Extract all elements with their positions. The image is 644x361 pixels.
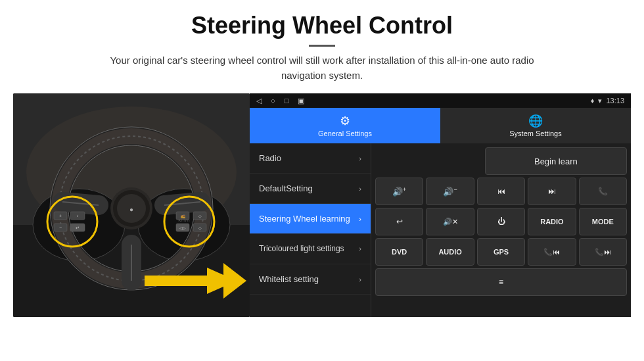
- chevron-right-icon: ›: [359, 155, 361, 162]
- svg-text:◇: ◇: [198, 226, 202, 230]
- subtitle-text: Your original car's steering wheel contr…: [92, 53, 552, 83]
- screenshot-icon[interactable]: ▣: [298, 97, 304, 105]
- list-icon: ≡: [499, 277, 503, 287]
- settings-gear-icon: ⚙: [340, 114, 350, 128]
- phone-prev-icon: 📞⏮: [543, 248, 560, 256]
- radio-button[interactable]: RADIO: [528, 208, 576, 235]
- control-row-4: DVD AUDIO GPS 📞⏮ 📞⏭: [375, 238, 627, 266]
- next-icon: ⏭: [548, 187, 556, 196]
- signal-icon: ▾: [598, 97, 602, 105]
- menu-whitelist-label: Whitelist setting: [259, 274, 319, 284]
- dvd-button[interactable]: DVD: [375, 238, 423, 266]
- phone-prev-button[interactable]: 📞⏮: [528, 238, 576, 266]
- chevron-right-icon: ›: [359, 276, 361, 283]
- control-row-5: ≡: [375, 268, 627, 296]
- menu-list: Radio › DefaultSetting › Steering Wheel …: [250, 143, 371, 317]
- gps-label: GPS: [494, 248, 509, 256]
- svg-text:♪: ♪: [77, 214, 79, 218]
- svg-rect-41: [145, 276, 208, 286]
- recents-icon[interactable]: □: [285, 97, 289, 105]
- tab-system-label: System Settings: [509, 130, 561, 137]
- svg-text:📻: 📻: [181, 214, 186, 219]
- content-area: ● km/h: [0, 93, 644, 361]
- tab-general-settings[interactable]: ⚙ General Settings: [250, 108, 440, 143]
- system-globe-icon: 🌐: [528, 114, 543, 128]
- tab-bar: ⚙ General Settings 🌐 System Settings: [250, 108, 631, 143]
- svg-text:◁▷: ◁▷: [179, 226, 186, 230]
- phone-icon: 📞: [598, 187, 608, 196]
- begin-learn-button[interactable]: Begin learn: [485, 147, 627, 175]
- menu-item-defaultsetting[interactable]: DefaultSetting ›: [250, 174, 371, 204]
- empty-slot: [375, 147, 482, 175]
- page-title: Steering Wheel Control: [39, 12, 605, 39]
- menu-steering-label: Steering Wheel learning: [259, 214, 350, 224]
- control-row-2: 🔊+ 🔊− ⏮ ⏭ 📞: [375, 178, 627, 205]
- power-icon: ⏻: [497, 217, 505, 226]
- menu-default-label: DefaultSetting: [259, 183, 313, 193]
- svg-text:+: +: [59, 214, 62, 218]
- control-row-3: ↩ 🔊✕ ⏻ RADIO MODE: [375, 208, 627, 235]
- menu-item-steering-wheel[interactable]: Steering Wheel learning ›: [250, 204, 371, 234]
- mode-label: MODE: [592, 218, 614, 226]
- power-button[interactable]: ⏻: [477, 208, 525, 235]
- menu-radio-label: Radio: [259, 153, 281, 163]
- chevron-right-icon: ›: [359, 215, 361, 223]
- back-icon[interactable]: ◁: [256, 97, 262, 105]
- audio-label: AUDIO: [438, 248, 461, 256]
- volume-down-icon: 🔊−: [443, 186, 457, 197]
- menu-item-radio[interactable]: Radio ›: [250, 143, 371, 174]
- menu-item-tricoloured[interactable]: Tricoloured light settings ›: [250, 234, 371, 264]
- radio-label: RADIO: [540, 218, 563, 226]
- location-icon: ♦: [591, 97, 595, 105]
- tab-general-label: General Settings: [318, 130, 372, 137]
- mode-button[interactable]: MODE: [579, 208, 627, 235]
- android-panel: ◁ ○ □ ▣ ♦ ▾ 13:13 ⚙ General Settings: [250, 93, 631, 317]
- chevron-right-icon: ›: [359, 245, 361, 253]
- hangup-icon: ↩: [396, 217, 403, 226]
- prev-track-button[interactable]: ⏮: [477, 178, 525, 205]
- audio-button[interactable]: AUDIO: [426, 238, 474, 266]
- gps-button[interactable]: GPS: [477, 238, 525, 266]
- header-section: Steering Wheel Control Your original car…: [0, 0, 644, 88]
- svg-text:↵: ↵: [76, 226, 80, 230]
- phone-next-button[interactable]: 📞⏭: [579, 238, 627, 266]
- svg-text:●: ●: [129, 206, 133, 213]
- page-container: Steering Wheel Control Your original car…: [0, 0, 644, 361]
- volume-down-button[interactable]: 🔊−: [426, 178, 474, 205]
- phone-button[interactable]: 📞: [579, 178, 627, 205]
- menu-item-whitelist[interactable]: Whitelist setting ›: [250, 264, 371, 295]
- menu-icon-button[interactable]: ≡: [375, 268, 627, 296]
- status-bar: ◁ ○ □ ▣ ♦ ▾ 13:13: [250, 93, 631, 108]
- clock: 13:13: [606, 97, 624, 105]
- title-divider: [309, 45, 335, 47]
- mute-button[interactable]: 🔊✕: [426, 208, 474, 235]
- control-area: Begin learn 🔊+ 🔊− ⏮: [371, 143, 631, 317]
- status-bar-info: ♦ ▾ 13:13: [591, 97, 624, 105]
- next-track-button[interactable]: ⏭: [528, 178, 576, 205]
- status-bar-nav: ◁ ○ □ ▣: [256, 97, 304, 105]
- volume-up-button[interactable]: 🔊+: [375, 178, 423, 205]
- mute-icon: 🔊✕: [443, 218, 458, 226]
- prev-icon: ⏮: [497, 187, 505, 196]
- hangup-button[interactable]: ↩: [375, 208, 423, 235]
- menu-tricoloured-label: Tricoloured light settings: [259, 244, 344, 253]
- steering-wheel-image: ● km/h: [13, 93, 250, 317]
- svg-text:◇: ◇: [198, 214, 202, 218]
- dvd-label: DVD: [392, 248, 407, 256]
- tab-system-settings[interactable]: 🌐 System Settings: [440, 108, 631, 143]
- panel-body: Radio › DefaultSetting › Steering Wheel …: [250, 143, 631, 317]
- chevron-right-icon: ›: [359, 185, 361, 193]
- control-row-1: Begin learn: [375, 147, 627, 175]
- svg-text:−: −: [59, 226, 62, 230]
- volume-up-icon: 🔊+: [392, 186, 406, 197]
- phone-next-icon: 📞⏭: [595, 248, 611, 256]
- home-icon[interactable]: ○: [271, 97, 275, 105]
